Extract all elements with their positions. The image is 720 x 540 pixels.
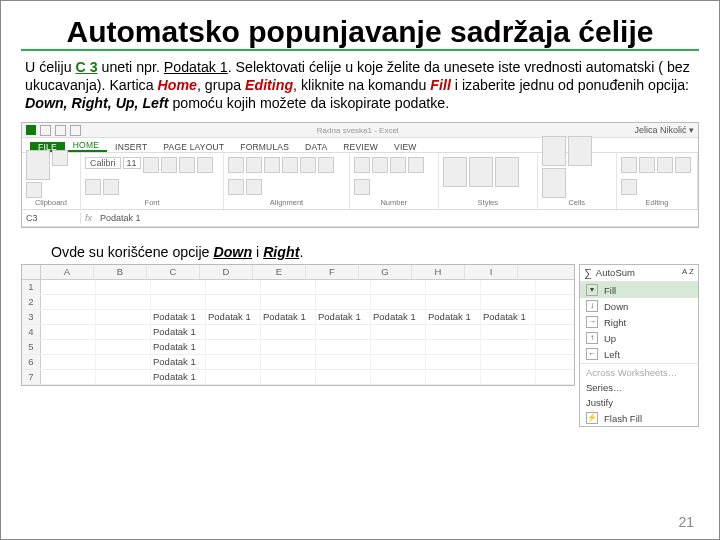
font-name-box[interactable]: Calibri — [85, 157, 121, 169]
cell[interactable] — [41, 370, 96, 384]
comma-icon[interactable] — [390, 157, 406, 173]
col-I[interactable]: I — [465, 265, 518, 279]
col-G[interactable]: G — [359, 265, 412, 279]
cell[interactable] — [371, 355, 426, 369]
cell[interactable] — [316, 340, 371, 354]
cell[interactable] — [426, 340, 481, 354]
cell[interactable]: Podatak 1 — [371, 310, 426, 324]
row-header[interactable]: 5 — [22, 340, 41, 354]
row-header[interactable]: 7 — [22, 370, 41, 384]
cell[interactable] — [316, 355, 371, 369]
cell[interactable] — [261, 355, 316, 369]
cell[interactable]: Podatak 1 — [151, 325, 206, 339]
cell[interactable] — [261, 340, 316, 354]
cell[interactable] — [426, 325, 481, 339]
fillcolor-icon[interactable] — [85, 179, 101, 195]
cell[interactable] — [96, 325, 151, 339]
col-H[interactable]: H — [412, 265, 465, 279]
cell[interactable] — [41, 325, 96, 339]
cell[interactable] — [371, 340, 426, 354]
align-bot-icon[interactable] — [264, 157, 280, 173]
cell[interactable] — [206, 355, 261, 369]
underline-icon[interactable] — [179, 157, 195, 173]
cell[interactable] — [371, 295, 426, 309]
tab-review[interactable]: REVIEW — [335, 142, 386, 152]
delete-cells-icon[interactable] — [568, 136, 592, 166]
col-A[interactable]: A — [41, 265, 94, 279]
fill-command[interactable]: ▾ Fill — [580, 282, 698, 298]
cell[interactable] — [206, 340, 261, 354]
cell[interactable] — [481, 370, 536, 384]
cell[interactable] — [41, 340, 96, 354]
fill-icon[interactable] — [639, 157, 655, 173]
cell[interactable] — [96, 310, 151, 324]
fontcolor-icon[interactable] — [103, 179, 119, 195]
cell[interactable] — [96, 295, 151, 309]
col-B[interactable]: B — [94, 265, 147, 279]
autosum-label[interactable]: AutoSum — [596, 267, 635, 279]
cell[interactable] — [316, 325, 371, 339]
cell[interactable]: Podatak 1 — [261, 310, 316, 324]
cell[interactable] — [426, 370, 481, 384]
fill-flash[interactable]: ⚡Flash Fill — [580, 410, 698, 426]
copy-icon[interactable] — [26, 182, 42, 198]
insert-cells-icon[interactable] — [542, 136, 566, 166]
bold-icon[interactable] — [143, 157, 159, 173]
row-header[interactable]: 4 — [22, 325, 41, 339]
name-box[interactable]: C3 — [22, 213, 81, 223]
find-icon[interactable] — [621, 179, 637, 195]
numfmt-icon[interactable] — [354, 157, 370, 173]
cell[interactable] — [96, 370, 151, 384]
row-header[interactable]: 6 — [22, 355, 41, 369]
cell[interactable]: Podatak 1 — [481, 310, 536, 324]
cell[interactable] — [96, 340, 151, 354]
row-header[interactable]: 2 — [22, 295, 41, 309]
cell[interactable] — [426, 295, 481, 309]
cell[interactable] — [481, 355, 536, 369]
cell[interactable] — [261, 280, 316, 294]
wrap-icon[interactable] — [282, 157, 298, 173]
cell[interactable] — [151, 280, 206, 294]
row-header[interactable]: 1 — [22, 280, 41, 294]
tablefmt-icon[interactable] — [469, 157, 493, 187]
cell[interactable] — [206, 295, 261, 309]
cell[interactable] — [41, 310, 96, 324]
cell[interactable] — [316, 280, 371, 294]
fill-up[interactable]: ↑Up — [580, 330, 698, 346]
col-D[interactable]: D — [200, 265, 253, 279]
fill-justify[interactable]: Justify — [580, 395, 698, 410]
row-header[interactable]: 3 — [22, 310, 41, 324]
italic-icon[interactable] — [161, 157, 177, 173]
border-icon[interactable] — [197, 157, 213, 173]
autosum-sigma-icon[interactable]: ∑ — [584, 267, 592, 279]
autosum-icon[interactable] — [621, 157, 637, 173]
cell[interactable] — [481, 295, 536, 309]
fill-down[interactable]: ↓Down — [580, 298, 698, 314]
clear-icon[interactable] — [657, 157, 673, 173]
cell[interactable] — [206, 325, 261, 339]
cell[interactable] — [481, 340, 536, 354]
fill-series[interactable]: Series… — [580, 380, 698, 395]
cell[interactable] — [96, 280, 151, 294]
cell[interactable] — [316, 295, 371, 309]
cell[interactable] — [261, 370, 316, 384]
cell[interactable] — [371, 370, 426, 384]
tab-insert[interactable]: INSERT — [107, 142, 155, 152]
cell[interactable] — [206, 280, 261, 294]
cell[interactable] — [426, 355, 481, 369]
tab-pagelayout[interactable]: PAGE LAYOUT — [155, 142, 232, 152]
sort-az-icon[interactable]: A Z — [682, 267, 694, 279]
cell[interactable] — [206, 370, 261, 384]
cell[interactable] — [41, 295, 96, 309]
cell[interactable] — [261, 295, 316, 309]
cell[interactable]: Podatak 1 — [316, 310, 371, 324]
cell[interactable] — [41, 355, 96, 369]
col-E[interactable]: E — [253, 265, 306, 279]
tab-view[interactable]: VIEW — [386, 142, 425, 152]
cell[interactable] — [41, 280, 96, 294]
cell[interactable] — [261, 325, 316, 339]
cell[interactable]: Podatak 1 — [426, 310, 481, 324]
condfmt-icon[interactable] — [443, 157, 467, 187]
align-left-icon[interactable] — [300, 157, 316, 173]
cellstyle-icon[interactable] — [495, 157, 519, 187]
